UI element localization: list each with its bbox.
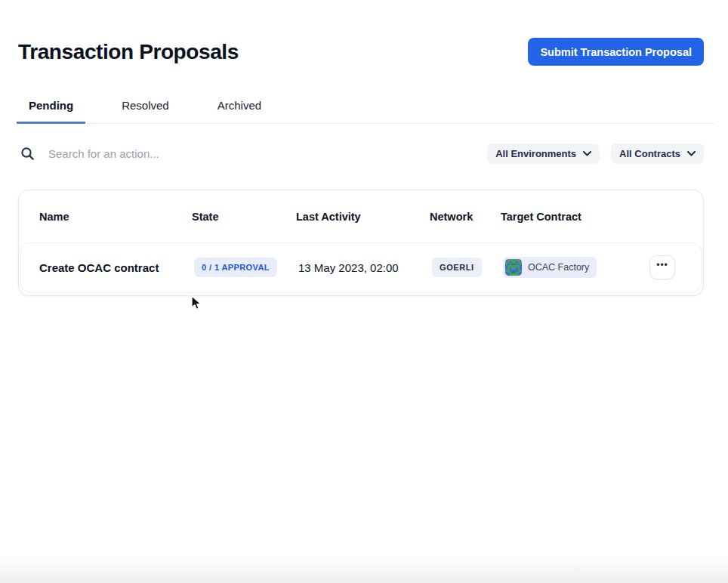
tab-bar: Pending Resolved Archived — [17, 91, 714, 124]
column-header-network: Network — [430, 211, 501, 223]
page-header: Transaction Proposals Submit Transaction… — [0, 0, 728, 66]
column-header-last-activity: Last Activity — [296, 211, 430, 223]
blockie-avatar-icon — [505, 259, 522, 276]
chevron-down-icon — [687, 151, 696, 156]
filter-pills: All Environments All Contracts — [487, 143, 704, 164]
chevron-down-icon — [583, 151, 591, 156]
filter-row: All Environments All Contracts — [20, 143, 704, 164]
environments-filter-dropdown[interactable]: All Environments — [487, 143, 600, 164]
table-row[interactable]: Create OCAC contract 0 / 1 APPROVAL 13 M… — [21, 243, 701, 292]
bottom-fade — [0, 554, 728, 583]
search-icon — [20, 147, 35, 161]
contracts-filter-dropdown[interactable]: All Contracts — [611, 143, 704, 164]
tab-pending[interactable]: Pending — [17, 91, 85, 124]
search-box — [20, 147, 487, 161]
mouse-cursor — [190, 295, 202, 314]
row-more-actions-button[interactable]: ••• — [649, 255, 675, 279]
search-input[interactable] — [48, 147, 305, 160]
table-header-row: Name State Last Activity Network Target … — [19, 190, 703, 243]
target-contract-chip[interactable]: OCAC Factory — [503, 257, 597, 278]
ellipsis-icon: ••• — [656, 261, 668, 270]
column-header-target-contract: Target Contract — [501, 211, 623, 223]
submit-transaction-proposal-button[interactable]: Submit Transaction Proposal — [528, 38, 704, 66]
approval-state-badge: 0 / 1 APPROVAL — [194, 258, 277, 277]
last-activity-value: 13 May 2023, 02:00 — [298, 261, 432, 274]
transaction-proposals-page: { "page": { "title": "Transaction Propos… — [0, 0, 728, 583]
page-title: Transaction Proposals — [18, 40, 239, 64]
target-contract-label: OCAC Factory — [528, 262, 589, 273]
contracts-filter-label: All Contracts — [619, 148, 680, 159]
proposal-name: Create OCAC contract — [21, 261, 194, 274]
column-header-state: State — [192, 211, 296, 223]
network-badge: GOERLI — [432, 258, 482, 277]
column-header-name: Name — [19, 211, 192, 223]
tab-resolved[interactable]: Resolved — [110, 91, 181, 124]
proposals-table-card: Name State Last Activity Network Target … — [18, 190, 704, 296]
environments-filter-label: All Environments — [495, 148, 576, 159]
tab-archived[interactable]: Archived — [205, 91, 273, 124]
